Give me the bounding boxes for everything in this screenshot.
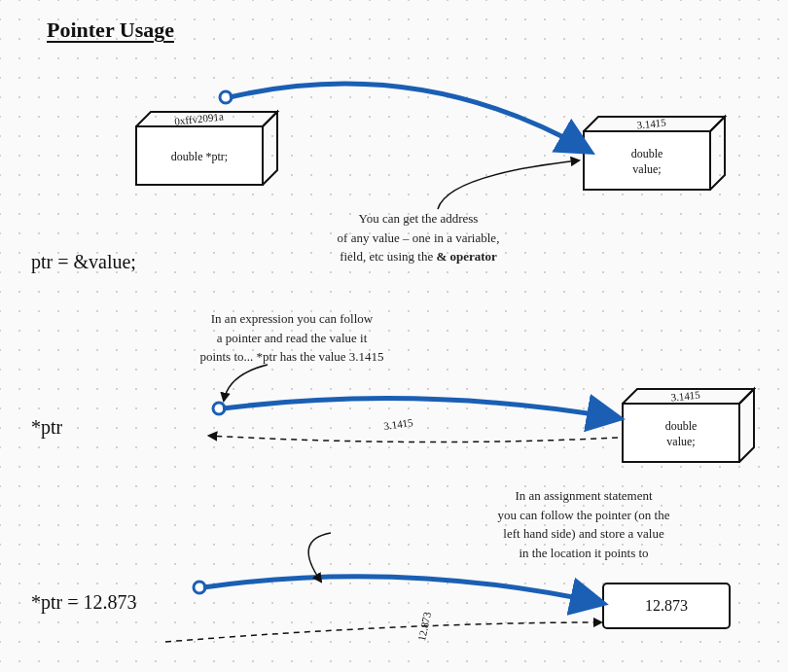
pointer-arrow-3 [203, 577, 601, 603]
svg-text:3.1415: 3.1415 [670, 388, 701, 403]
store-arrow-3 [165, 622, 601, 642]
note-dereference-read: In an expression you can follow a pointe… [165, 309, 418, 367]
box-value-2: double value; 3.1415 [623, 388, 754, 462]
svg-text:double: double [665, 419, 698, 433]
svg-text:12.873: 12.873 [415, 611, 433, 643]
note-arrow-2 [224, 365, 268, 401]
note-dereference-write: In an assignment statement you can follo… [448, 486, 720, 562]
pointer-origin-1 [220, 91, 232, 103]
pointer-arrow-1 [230, 84, 589, 151]
svg-text:12.873: 12.873 [645, 597, 688, 614]
page-title: Pointer Usage [47, 18, 174, 43]
svg-text:value;: value; [632, 162, 661, 176]
return-arrow-2 [209, 436, 618, 442]
pointer-origin-2 [213, 403, 225, 414]
svg-text:3.1415: 3.1415 [383, 416, 414, 432]
note-address-operator: You can get the address of any value – o… [292, 209, 545, 266]
note-arrow-1 [438, 160, 579, 209]
svg-rect-9 [603, 584, 730, 628]
code-deref: *ptr [31, 416, 62, 439]
note-arrow-3 [308, 533, 331, 582]
svg-text:double *ptr;: double *ptr; [171, 150, 228, 163]
box-value-1: double value; 3.1415 [584, 116, 725, 190]
svg-text:3.1415: 3.1415 [636, 116, 667, 130]
code-deref-assign: *ptr = 12.873 [31, 591, 137, 614]
box-value-3: 12.873 [603, 584, 730, 628]
svg-text:double: double [631, 147, 663, 160]
box-ptr: double *ptr; 0xffv2091a [136, 110, 277, 185]
code-ptr-assign: ptr = &value; [31, 251, 136, 273]
svg-text:0xffv2091a: 0xffv2091a [174, 110, 225, 126]
pointer-arrow-2 [223, 399, 618, 418]
diagram-canvas: Pointer Usage ptr = &value; You can get … [0, 0, 788, 672]
pointer-origin-3 [194, 582, 205, 593]
svg-text:value;: value; [666, 435, 695, 448]
